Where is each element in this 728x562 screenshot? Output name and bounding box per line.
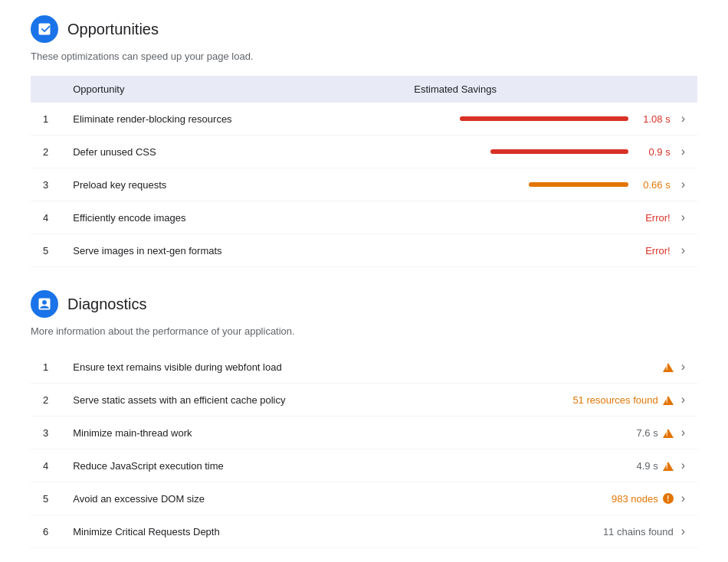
warning-icon: [663, 363, 674, 372]
diagnostic-label: Reduce JavaScript execution time: [61, 449, 472, 482]
col-num-header: [31, 76, 61, 103]
savings-cell: 0.9 s ›: [402, 136, 697, 168]
row-number: 1: [31, 103, 61, 136]
diagnostic-savings: 7.6 s ›: [472, 417, 697, 449]
opportunity-label: Preload key requests: [61, 168, 402, 201]
diagnostic-savings: 983 nodes ›: [472, 482, 697, 515]
opportunity-label: Defer unused CSS: [61, 136, 402, 168]
table-row[interactable]: 1 Ensure text remains visible during web…: [31, 351, 697, 384]
row-number: 4: [31, 449, 61, 482]
diagnostic-value: 51 resources found: [572, 394, 657, 406]
row-number: 2: [31, 136, 61, 168]
diagnostic-label: Ensure text remains visible during webfo…: [61, 351, 472, 384]
opportunity-label: Eliminate render-blocking resources: [61, 103, 402, 136]
row-number: 3: [31, 168, 61, 201]
savings-cell: 0.66 s ›: [402, 168, 697, 201]
table-row[interactable]: 2 Defer unused CSS 0.9 s ›: [31, 136, 697, 168]
col-opportunity-header: Opportunity: [61, 76, 402, 103]
diagnostics-header: Diagnostics: [31, 290, 697, 318]
table-row[interactable]: 5 Serve images in next-gen formats Error…: [31, 234, 697, 267]
savings-cell: Error! ›: [402, 201, 697, 234]
opportunity-label: Efficiently encode images: [61, 201, 402, 234]
savings-value: 0.66 s: [636, 179, 671, 191]
savings-value: Error!: [636, 212, 671, 224]
diagnostic-label: Serve static assets with an efficient ca…: [61, 384, 472, 417]
table-row[interactable]: 1 Eliminate render-blocking resources 1.…: [31, 103, 697, 136]
table-row[interactable]: 4 Efficiently encode images Error! ›: [31, 201, 697, 234]
table-row[interactable]: 2 Serve static assets with an efficient …: [31, 384, 697, 417]
savings-value: 1.08 s: [636, 113, 671, 125]
opportunities-title: Opportunities: [67, 21, 159, 38]
warning-circle-icon: [663, 493, 674, 504]
savings-value: 0.9 s: [636, 146, 671, 158]
row-number: 3: [31, 417, 61, 449]
opportunities-icon: [31, 15, 58, 43]
diagnostic-savings: ›: [472, 351, 697, 384]
chevron-down-icon[interactable]: ›: [681, 178, 685, 191]
savings-value: Error!: [636, 245, 671, 256]
diagnostic-savings: 11 chains found ›: [472, 515, 697, 548]
col-savings-header: Estimated Savings: [402, 76, 697, 103]
diagnostic-value: 4.9 s: [636, 460, 657, 472]
chevron-down-icon[interactable]: ›: [681, 459, 685, 472]
opportunities-table: Opportunity Estimated Savings 1 Eliminat…: [31, 76, 697, 267]
warning-icon: [663, 462, 674, 471]
diagnostics-section: Diagnostics More information about the p…: [31, 290, 697, 548]
savings-bar: [460, 116, 628, 121]
chevron-down-icon[interactable]: ›: [681, 112, 685, 126]
row-number: 6: [31, 515, 61, 548]
diagnostic-label: Minimize Critical Requests Depth: [61, 515, 472, 548]
opportunity-label: Serve images in next-gen formats: [61, 234, 402, 267]
chevron-down-icon[interactable]: ›: [681, 393, 685, 407]
table-row[interactable]: 4 Reduce JavaScript execution time 4.9 s…: [31, 449, 697, 482]
diagnostics-title: Diagnostics: [67, 296, 146, 313]
chevron-down-icon[interactable]: ›: [681, 492, 685, 505]
savings-bar: [490, 149, 628, 154]
diagnostics-icon: [31, 290, 58, 318]
savings-cell: 1.08 s ›: [402, 103, 697, 136]
diagnostic-value: 11 chains found: [603, 526, 674, 537]
diagnostic-label: Avoid an excessive DOM size: [61, 482, 472, 515]
table-row[interactable]: 3 Minimize main-thread work 7.6 s ›: [31, 417, 697, 449]
chevron-down-icon[interactable]: ›: [681, 360, 685, 374]
diagnostics-table: 1 Ensure text remains visible during web…: [31, 351, 697, 548]
opportunities-table-header: Opportunity Estimated Savings: [31, 76, 697, 103]
opportunities-subtitle: These optimizations can speed up your pa…: [31, 51, 697, 62]
savings-bar: [529, 182, 628, 187]
diagnostic-savings: 51 resources found ›: [472, 384, 697, 417]
warning-icon: [663, 396, 674, 405]
chevron-down-icon[interactable]: ›: [681, 211, 685, 224]
chevron-down-icon[interactable]: ›: [681, 524, 685, 538]
diagnostic-label: Minimize main-thread work: [61, 417, 472, 449]
table-row[interactable]: 6 Minimize Critical Requests Depth 11 ch…: [31, 515, 697, 548]
row-number: 1: [31, 351, 61, 384]
row-number: 5: [31, 482, 61, 515]
row-number: 5: [31, 234, 61, 267]
row-number: 4: [31, 201, 61, 234]
diagnostic-value: 7.6 s: [636, 427, 657, 439]
row-number: 2: [31, 384, 61, 417]
table-row[interactable]: 5 Avoid an excessive DOM size 983 nodes …: [31, 482, 697, 515]
diagnostic-savings: 4.9 s ›: [472, 449, 697, 482]
table-row[interactable]: 3 Preload key requests 0.66 s ›: [31, 168, 697, 201]
opportunities-header: Opportunities: [31, 15, 697, 43]
chevron-down-icon[interactable]: ›: [681, 145, 685, 158]
diagnostics-subtitle: More information about the performance o…: [31, 325, 697, 337]
warning-icon: [663, 429, 674, 438]
diagnostic-value: 983 nodes: [612, 493, 658, 505]
savings-cell: Error! ›: [402, 234, 697, 267]
chevron-down-icon[interactable]: ›: [681, 243, 685, 257]
chevron-down-icon[interactable]: ›: [681, 426, 685, 439]
